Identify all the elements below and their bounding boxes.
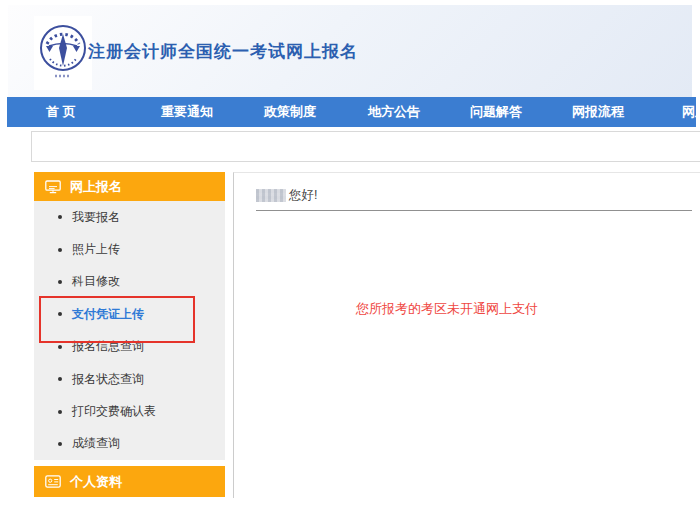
nav-item-local-announcements[interactable]: 地方公告	[368, 97, 420, 127]
notice-strip	[31, 131, 700, 162]
page: 注册会计师全国统一考试网上报名 首 页 重要通知 政策制度 地方公告 问题解答 …	[0, 0, 700, 505]
bullet-icon	[58, 442, 62, 446]
cicpa-logo	[34, 16, 92, 90]
cicpa-emblem-icon	[39, 22, 87, 84]
sidebar-item-label: 报名状态查询	[72, 371, 144, 388]
id-card-icon	[45, 475, 61, 488]
sidebar-item-registration-status[interactable]: 报名状态查询	[34, 363, 225, 395]
sidebar-section1-label: 网上报名	[70, 178, 122, 196]
sidebar-item-score-inquiry[interactable]: 成绩查询	[34, 428, 225, 460]
alert-message: 您所报考的考区未开通网上支付	[356, 300, 700, 318]
nav-item-home[interactable]: 首 页	[46, 97, 76, 127]
sidebar-section2-label: 个人资料	[70, 473, 122, 491]
sidebar-item-photo-upload[interactable]: 照片上传	[34, 233, 225, 265]
bullet-icon	[58, 280, 62, 284]
site-header: 注册会计师全国统一考试网上报名	[8, 5, 692, 97]
nav-item-policies[interactable]: 政策制度	[264, 97, 316, 127]
sidebar-item-label: 我要报名	[72, 209, 120, 226]
sidebar-header-personal-info[interactable]: 个人资料	[34, 466, 225, 497]
nav-item-important-notices[interactable]: 重要通知	[161, 97, 213, 127]
main-nav: 首 页 重要通知 政策制度 地方公告 问题解答 网报流程 网上	[7, 97, 696, 127]
greeting-divider	[256, 210, 692, 211]
redacted-username	[256, 189, 286, 202]
bullet-icon	[58, 215, 62, 219]
sidebar-header-online-registration[interactable]: 网上报名	[34, 172, 225, 201]
highlight-box	[39, 296, 195, 343]
nav-item-qa[interactable]: 问题解答	[470, 97, 522, 127]
main-content: 您好! 您所报考的考区未开通网上支付	[233, 172, 700, 498]
sidebar-item-label: 科目修改	[72, 273, 120, 290]
sidebar-item-label: 打印交费确认表	[72, 403, 156, 420]
greeting-text: 您好!	[289, 187, 317, 204]
monitor-icon	[45, 180, 61, 194]
bullet-icon	[58, 410, 62, 414]
sidebar-item-label: 成绩查询	[72, 435, 120, 452]
nav-item-report-process[interactable]: 网报流程	[572, 97, 624, 127]
sidebar-item-register[interactable]: 我要报名	[34, 201, 225, 233]
bullet-icon	[58, 345, 62, 349]
greeting-row: 您好!	[256, 187, 700, 204]
bullet-icon	[58, 377, 62, 381]
bullet-icon	[58, 248, 62, 252]
sidebar-item-subject-change[interactable]: 科目修改	[34, 266, 225, 298]
sidebar-item-label: 照片上传	[72, 241, 120, 258]
nav-item-online-payment[interactable]: 网上	[682, 97, 696, 127]
sidebar-item-print-fee-confirmation[interactable]: 打印交费确认表	[34, 395, 225, 427]
page-title: 注册会计师全国统一考试网上报名	[88, 40, 358, 63]
